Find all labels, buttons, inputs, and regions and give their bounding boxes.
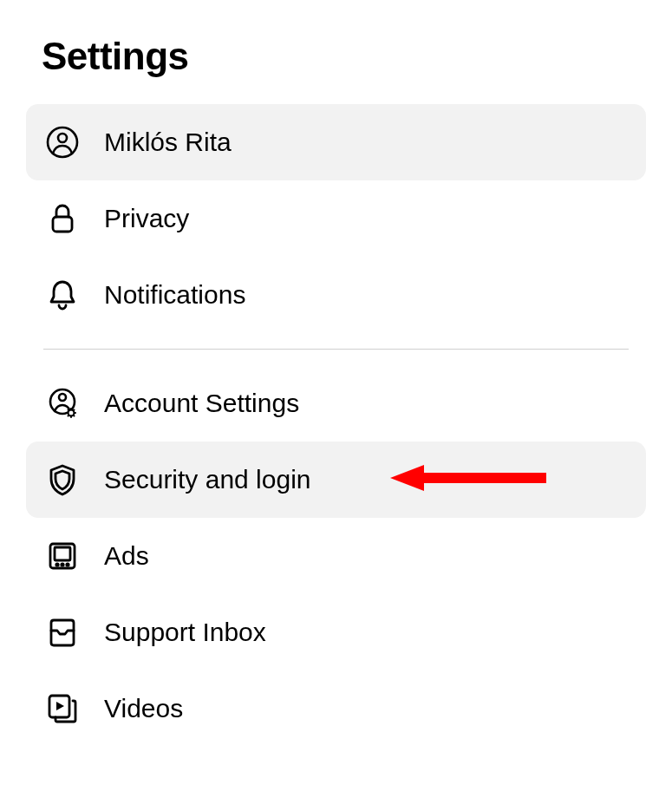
shield-icon: [43, 461, 82, 499]
settings-item-label: Ads: [104, 541, 149, 571]
settings-item-privacy[interactable]: Privacy: [26, 180, 646, 257]
svg-point-11: [62, 564, 63, 566]
svg-point-1: [58, 134, 67, 142]
page-title: Settings: [42, 35, 646, 78]
settings-item-label: Videos: [104, 694, 183, 723]
person-icon: [43, 123, 82, 161]
svg-rect-2: [53, 217, 72, 232]
inbox-icon: [43, 613, 82, 651]
person-gear-icon: [43, 384, 82, 422]
settings-item-ads[interactable]: Ads: [26, 518, 646, 594]
settings-item-label: Support Inbox: [104, 618, 266, 647]
settings-item-label: Security and login: [104, 465, 310, 494]
settings-item-account-settings[interactable]: Account Settings: [26, 365, 646, 442]
monitor-icon: [43, 537, 82, 575]
svg-marker-7: [390, 465, 424, 491]
svg-point-4: [59, 394, 66, 401]
settings-item-videos[interactable]: Videos: [26, 670, 646, 747]
svg-point-10: [56, 564, 58, 566]
arrow-annotation: [386, 461, 551, 499]
settings-item-profile[interactable]: Miklós Rita: [26, 104, 646, 180]
lock-icon: [43, 200, 82, 238]
settings-item-support-inbox[interactable]: Support Inbox: [26, 594, 646, 670]
svg-marker-14: [56, 702, 64, 710]
settings-item-notifications[interactable]: Notifications: [26, 257, 646, 333]
settings-list: Miklós Rita Privacy Notifications: [26, 104, 646, 747]
svg-rect-9: [55, 547, 70, 560]
bell-icon: [43, 276, 82, 314]
svg-point-12: [67, 564, 69, 566]
divider: [43, 349, 629, 350]
settings-item-label: Miklós Rita: [104, 128, 232, 157]
settings-item-security-login[interactable]: Security and login: [26, 442, 646, 518]
settings-item-label: Notifications: [104, 280, 245, 310]
settings-item-label: Privacy: [104, 204, 189, 233]
settings-item-label: Account Settings: [104, 389, 299, 418]
videos-icon: [43, 690, 82, 728]
